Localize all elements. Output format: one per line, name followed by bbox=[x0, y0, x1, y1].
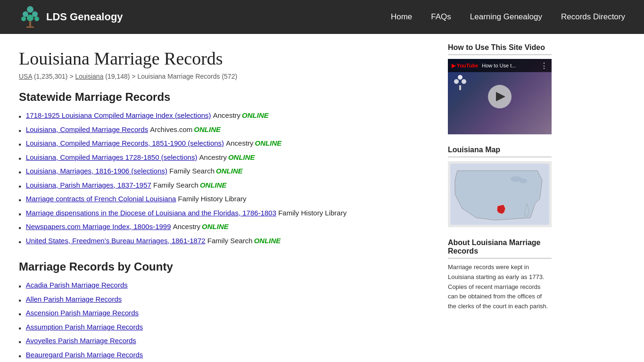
statewide-record-link[interactable]: Louisiana, Parish Marriages, 1837-1957 bbox=[26, 180, 151, 191]
county-record-link[interactable]: Avoyelles Parish Marriage Records bbox=[26, 336, 136, 346]
logo-text: LDS Genealogy bbox=[46, 11, 123, 23]
county-record-link[interactable]: Allen Parish Marriage Records bbox=[26, 294, 122, 305]
site-header: LDS Genealogy Home FAQs Learning Genealo… bbox=[0, 0, 644, 34]
svg-point-5 bbox=[34, 16, 39, 21]
statewide-record-item: Newspapers.com Marriage Index, 1800s-199… bbox=[19, 222, 424, 232]
statewide-record-link[interactable]: Louisiana, Marriages, 1816-1906 (selecti… bbox=[26, 166, 167, 177]
online-badge: ONLINE bbox=[202, 222, 229, 232]
county-record-item: Assumption Parish Marriage Records bbox=[19, 322, 424, 333]
record-provider: Family Search bbox=[207, 236, 253, 247]
record-provider: Family History Library bbox=[178, 194, 247, 205]
video-thumbnail[interactable]: ▶ YouTube How to Use t... ⋮ bbox=[448, 59, 552, 134]
play-button[interactable] bbox=[488, 85, 512, 108]
online-badge: ONLINE bbox=[194, 124, 221, 135]
video-heading: How to Use This Site Video bbox=[448, 43, 552, 55]
county-record-item: Ascension Parish Marriage Records bbox=[19, 308, 424, 319]
page-title: Louisiana Marriage Records bbox=[19, 48, 424, 69]
online-badge: ONLINE bbox=[228, 152, 255, 163]
svg-rect-11 bbox=[459, 85, 461, 90]
online-badge: ONLINE bbox=[254, 236, 281, 247]
statewide-records-list: 1718-1925 Louisiana Compiled Marriage In… bbox=[19, 110, 424, 246]
statewide-record-link[interactable]: Marriage dispensations in the Diocese of… bbox=[26, 208, 276, 219]
logo-tree-icon bbox=[19, 6, 41, 28]
county-record-item: Beauregard Parish Marriage Records bbox=[19, 350, 424, 361]
county-record-item: Allen Parish Marriage Records bbox=[19, 294, 424, 305]
record-provider: Archives.com bbox=[150, 124, 192, 135]
statewide-heading: Statewide Marriage Records bbox=[19, 90, 424, 104]
record-provider: Family Search bbox=[153, 180, 198, 191]
county-record-link[interactable]: Ascension Parish Marriage Records bbox=[26, 308, 139, 319]
statewide-record-link[interactable]: 1718-1925 Louisiana Compiled Marriage In… bbox=[26, 110, 211, 121]
svg-point-9 bbox=[454, 79, 459, 84]
statewide-record-item: Louisiana, Parish Marriages, 1837-1957 F… bbox=[19, 180, 424, 191]
nav-learning[interactable]: Learning Genealogy bbox=[470, 12, 542, 22]
sidebar: How to Use This Site Video ▶ YouTube How… bbox=[443, 34, 561, 362]
video-top-bar: ▶ YouTube How to Use t... ⋮ bbox=[448, 59, 552, 72]
youtube-logo: ▶ YouTube bbox=[452, 63, 478, 69]
video-section: How to Use This Site Video ▶ YouTube How… bbox=[448, 43, 552, 134]
county-record-link[interactable]: Acadia Parish Marriage Records bbox=[26, 280, 128, 291]
us-map-svg bbox=[448, 161, 552, 227]
record-provider: Ancestry bbox=[173, 222, 200, 232]
svg-point-10 bbox=[462, 79, 466, 84]
statewide-record-link[interactable]: Marriage contracts of French Colonial Lo… bbox=[26, 194, 176, 205]
county-records-list: Acadia Parish Marriage RecordsAllen Pari… bbox=[19, 280, 424, 362]
logo-area[interactable]: LDS Genealogy bbox=[19, 6, 123, 28]
page-wrapper: Louisiana Marriage Records USA (1,235,30… bbox=[0, 34, 644, 362]
svg-point-8 bbox=[458, 75, 462, 80]
breadcrumb-usa[interactable]: USA bbox=[19, 73, 32, 80]
svg-point-4 bbox=[27, 15, 33, 21]
main-nav: Home FAQs Learning Genealogy Records Dir… bbox=[391, 12, 625, 22]
online-badge: ONLINE bbox=[255, 138, 282, 149]
statewide-record-item: Marriage contracts of French Colonial Lo… bbox=[19, 194, 424, 205]
statewide-record-item: Louisiana, Marriages, 1816-1906 (selecti… bbox=[19, 166, 424, 177]
online-badge: ONLINE bbox=[216, 166, 243, 177]
statewide-record-item: Louisiana, Compiled Marriage Records Arc… bbox=[19, 124, 424, 135]
video-menu-icon: ⋮ bbox=[540, 61, 548, 70]
breadcrumb-louisiana[interactable]: Louisiana bbox=[75, 73, 103, 80]
county-record-link[interactable]: Beauregard Parish Marriage Records bbox=[26, 350, 143, 361]
record-provider: Ancestry bbox=[226, 138, 253, 149]
nav-home[interactable]: Home bbox=[391, 12, 412, 22]
statewide-record-item: Louisiana, Compiled Marriage Records, 18… bbox=[19, 138, 424, 149]
county-record-link[interactable]: Assumption Parish Marriage Records bbox=[26, 322, 143, 333]
map-section: Louisiana Map bbox=[448, 146, 552, 227]
statewide-record-link[interactable]: Louisiana, Compiled Marriage Records bbox=[26, 124, 148, 135]
svg-point-3 bbox=[21, 16, 26, 21]
statewide-record-item: United States, Freedmen’s Bureau Marriag… bbox=[19, 236, 424, 247]
record-provider: Family Search bbox=[169, 166, 215, 177]
nav-directory[interactable]: Records Directory bbox=[561, 12, 625, 22]
record-provider: Ancestry bbox=[213, 110, 240, 121]
statewide-record-link[interactable]: Louisiana, Compiled Marriages 1728-1850 … bbox=[26, 152, 198, 163]
video-tree-icon bbox=[452, 74, 469, 91]
statewide-record-link[interactable]: Newspapers.com Marriage Index, 1800s-199… bbox=[26, 222, 171, 232]
statewide-record-link[interactable]: Louisiana, Compiled Marriage Records, 18… bbox=[26, 138, 224, 149]
about-heading: About Louisiana Marriage Records bbox=[448, 239, 552, 259]
county-heading: Marriage Records by County bbox=[19, 260, 424, 273]
statewide-record-link[interactable]: United States, Freedmen’s Bureau Marriag… bbox=[26, 236, 206, 247]
breadcrumb-usa-count: (1,235,301) bbox=[34, 73, 68, 80]
county-record-item: Acadia Parish Marriage Records bbox=[19, 280, 424, 291]
record-provider: Ancestry bbox=[199, 152, 227, 163]
about-text: Marriage records were kept in Louisiana … bbox=[448, 263, 552, 312]
statewide-record-item: 1718-1925 Louisiana Compiled Marriage In… bbox=[19, 110, 424, 121]
svg-rect-7 bbox=[26, 26, 34, 28]
map-heading: Louisiana Map bbox=[448, 146, 552, 157]
nav-faqs[interactable]: FAQs bbox=[431, 12, 451, 22]
video-top-title: How to Use t... bbox=[482, 63, 516, 68]
online-badge: ONLINE bbox=[200, 180, 227, 191]
record-provider: Family History Library bbox=[278, 208, 347, 219]
statewide-record-item: Louisiana, Compiled Marriages 1728-1850 … bbox=[19, 152, 424, 163]
main-content: Louisiana Marriage Records USA (1,235,30… bbox=[0, 34, 443, 362]
svg-rect-6 bbox=[29, 21, 31, 27]
svg-point-14 bbox=[520, 179, 527, 183]
svg-point-0 bbox=[27, 6, 33, 13]
breadcrumb-louisiana-count: (19,148) bbox=[105, 73, 130, 80]
breadcrumb: USA (1,235,301) > Louisiana (19,148) > L… bbox=[19, 73, 424, 80]
louisiana-map[interactable] bbox=[448, 161, 552, 227]
about-section: About Louisiana Marriage Records Marriag… bbox=[448, 239, 552, 312]
online-badge: ONLINE bbox=[242, 110, 269, 121]
county-record-item: Avoyelles Parish Marriage Records bbox=[19, 336, 424, 346]
statewide-record-item: Marriage dispensations in the Diocese of… bbox=[19, 208, 424, 219]
breadcrumb-current: Louisiana Marriage Records (572) bbox=[137, 73, 237, 80]
